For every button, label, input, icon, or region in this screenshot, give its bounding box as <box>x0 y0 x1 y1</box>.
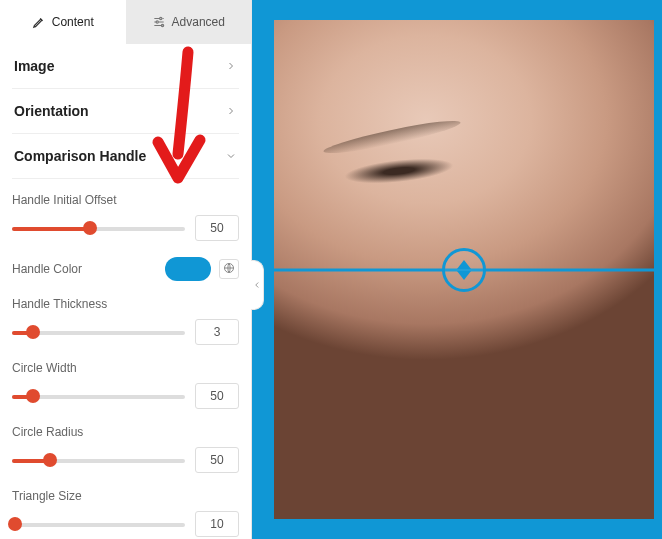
input-circle-radius[interactable] <box>195 447 239 473</box>
globe-icon <box>223 262 235 277</box>
slider-circle-radius[interactable] <box>12 451 185 469</box>
input-triangle-size[interactable] <box>195 511 239 537</box>
control-initial-offset: Handle Initial Offset <box>12 193 239 241</box>
tab-content[interactable]: Content <box>0 0 126 44</box>
global-color-button[interactable] <box>219 259 239 279</box>
section-comparison-handle-body: Handle Initial Offset Handle Color <box>12 179 239 537</box>
svg-point-1 <box>156 21 158 23</box>
control-handle-color: Handle Color <box>12 257 239 281</box>
preview-canvas[interactable] <box>272 18 656 521</box>
chevron-right-icon <box>225 105 237 117</box>
input-initial-offset[interactable] <box>195 215 239 241</box>
control-thickness-label: Handle Thickness <box>12 297 239 311</box>
preview-area <box>252 0 662 539</box>
control-circle-width-label: Circle Width <box>12 361 239 375</box>
settings-panel: Content Advanced Image Orientation <box>0 0 252 539</box>
control-handle-color-label: Handle Color <box>12 262 82 276</box>
control-circle-radius: Circle Radius <box>12 425 239 473</box>
section-orientation-title: Orientation <box>14 103 89 119</box>
slider-triangle-size[interactable] <box>12 515 185 533</box>
face-eye <box>343 154 455 187</box>
tab-content-label: Content <box>52 15 94 29</box>
section-comparison-handle[interactable]: Comparison Handle <box>12 134 239 179</box>
pencil-icon <box>32 15 46 29</box>
section-image-title: Image <box>14 58 54 74</box>
control-circle-width: Circle Width <box>12 361 239 409</box>
section-orientation[interactable]: Orientation <box>12 89 239 134</box>
svg-point-0 <box>159 17 161 19</box>
control-triangle-size: Triangle Size <box>12 489 239 537</box>
control-circle-radius-label: Circle Radius <box>12 425 239 439</box>
panel-collapse-handle[interactable] <box>251 260 264 310</box>
chevron-left-icon <box>252 278 262 293</box>
face-brow <box>322 116 462 159</box>
slider-circle-width[interactable] <box>12 387 185 405</box>
control-triangle-size-label: Triangle Size <box>12 489 239 503</box>
control-thickness: Handle Thickness <box>12 297 239 345</box>
chevron-right-icon <box>225 60 237 72</box>
color-swatch[interactable] <box>165 257 211 281</box>
slider-initial-offset[interactable] <box>12 219 185 237</box>
input-thickness[interactable] <box>195 319 239 345</box>
comparison-handle[interactable] <box>442 248 486 292</box>
triangle-up-icon <box>457 260 471 269</box>
slider-thickness[interactable] <box>12 323 185 341</box>
tab-advanced-label: Advanced <box>172 15 225 29</box>
tabs: Content Advanced <box>0 0 251 44</box>
chevron-down-icon <box>225 150 237 162</box>
triangle-down-icon <box>457 271 471 280</box>
section-comparison-handle-title: Comparison Handle <box>14 148 146 164</box>
control-initial-offset-label: Handle Initial Offset <box>12 193 239 207</box>
tab-advanced[interactable]: Advanced <box>126 0 252 44</box>
sliders-icon <box>152 15 166 29</box>
section-image[interactable]: Image <box>12 44 239 89</box>
input-circle-width[interactable] <box>195 383 239 409</box>
